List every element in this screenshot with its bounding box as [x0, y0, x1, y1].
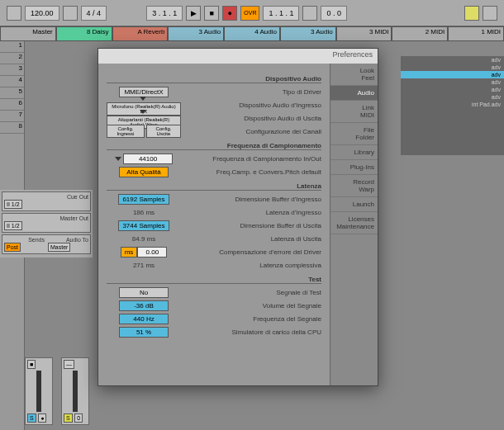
scene-slot[interactable]: 5 [0, 87, 24, 99]
play-button[interactable]: ▶ [186, 6, 201, 21]
audio-to-route[interactable]: Master [48, 243, 70, 252]
input-device-label: Dispositivo Audio d'Ingresso [181, 102, 321, 109]
stop-button[interactable]: ■ [204, 6, 219, 21]
preferences-tabs: LookFeel Audio LinkMIDI FileFolder Libra… [330, 64, 378, 385]
record-button[interactable]: ● [222, 6, 237, 21]
loop-button[interactable] [302, 6, 317, 21]
overdub-button[interactable]: OVR [240, 6, 259, 21]
arm-button[interactable]: ● [38, 413, 46, 423]
error-comp-label: Compensazione d'errore del Driver [181, 248, 321, 256]
list-item[interactable]: adv [401, 64, 504, 71]
db-display[interactable]: 0 [74, 413, 83, 423]
track-tab[interactable]: 3 MIDI [336, 26, 392, 41]
chevron-down-icon[interactable] [140, 110, 146, 114]
error-unit: ms [121, 247, 138, 258]
mixer-channel: ■ S ● [25, 357, 53, 425]
mixer-channels: ■ S ● — S 0 [25, 357, 89, 425]
list-item[interactable]: adv [401, 71, 504, 78]
input-buffer-value[interactable]: 6192 Samples [118, 194, 169, 205]
list-item[interactable]: adv [401, 56, 504, 64]
track-tab[interactable]: 3 Audio [168, 26, 224, 41]
list-item[interactable]: adv [401, 86, 504, 93]
pitch-quality-toggle[interactable]: Alta Qualità [119, 167, 169, 177]
test-freq-slider[interactable]: 440 Hz [119, 314, 169, 324]
output-buffer-value[interactable]: 3744 Samples [118, 220, 169, 231]
cpu-sim-label: Simulatore di carico della CPU [181, 328, 321, 336]
track-tab[interactable]: Master [0, 26, 56, 41]
tab-record-warp[interactable]: RecordWarp [330, 175, 378, 197]
list-item[interactable]: adv [401, 93, 504, 101]
browser-list: adv adv adv adv adv adv int Pad.adv [401, 56, 504, 155]
chevron-down-icon[interactable] [140, 97, 146, 101]
position-display[interactable]: 3 . 1 . 1 [146, 6, 183, 21]
test-tone-label: Segnale di Test [181, 289, 321, 296]
tab-file-folder[interactable]: FileFolder [330, 123, 378, 145]
preferences-dialog: Preferences Dispositivo Audio MME/Direct… [97, 48, 378, 386]
section-test: Test [107, 276, 321, 284]
tab-licenses[interactable]: LicensesMaintenance [330, 212, 378, 234]
master-route[interactable]: II 1/2 [4, 221, 22, 230]
solo-button[interactable]: S [27, 413, 36, 423]
track-tab[interactable]: 3 Audio [280, 26, 336, 41]
loop-length[interactable]: 0 . 0 [321, 6, 347, 21]
output-buffer-label: Dimensione Buffer di Uscita [181, 222, 321, 229]
tab-audio[interactable]: Audio [330, 86, 378, 101]
tab-link-midi[interactable]: LinkMIDI [330, 101, 378, 123]
scene-slot[interactable]: 3 [0, 64, 24, 76]
sample-rate-label: Frequenza di Campionamento In/Out [181, 155, 321, 163]
tab-launch[interactable]: Launch [330, 197, 378, 212]
track-tab[interactable]: 8 Daisy [56, 26, 112, 41]
section-audio-device: Dispositivo Audio [107, 75, 321, 83]
track-tab[interactable]: 1 MIDI [448, 26, 504, 41]
track-tab[interactable]: 2 MIDI [392, 26, 448, 41]
tap-button[interactable] [7, 6, 21, 21]
cpu-sim-slider[interactable]: 51 % [119, 327, 169, 338]
scene-slot[interactable]: 4 [0, 76, 24, 87]
dialog-title: Preferences [98, 49, 378, 64]
output-device-label: Dispositivo Audio di Uscita [181, 115, 321, 122]
audio-to-label: Audio To [48, 237, 88, 243]
scene-slot[interactable]: 6 [0, 99, 24, 111]
test-freq-label: Frequenza del Segnale [181, 315, 321, 323]
dash-button[interactable]: — [64, 360, 74, 369]
metronome-button[interactable] [63, 6, 78, 21]
config-output-button[interactable]: Config. Uscite [146, 125, 181, 138]
preferences-content: Dispositivo Audio MME/DirectX Tipo di Dr… [98, 64, 330, 385]
error-comp-input[interactable]: 0.00 [137, 247, 167, 258]
list-item[interactable]: int Pad.adv [401, 101, 504, 108]
time-signature[interactable]: 4 / 4 [81, 6, 107, 21]
chevron-down-icon[interactable] [115, 157, 121, 161]
midi-button[interactable] [483, 6, 497, 21]
track-headers: Master 8 Daisy A Reverb 3 Audio 4 Audio … [0, 26, 504, 41]
sample-rate-select[interactable]: 44100 [123, 154, 173, 164]
test-tone-toggle[interactable]: No [119, 287, 169, 298]
section-sample-rate: Frequenza di Campionamento [107, 142, 321, 150]
key-button[interactable] [464, 6, 479, 21]
track-tab[interactable]: 4 Audio [224, 26, 280, 41]
solo-button[interactable]: S [64, 413, 73, 423]
test-volume-slider[interactable]: -36 dB [119, 300, 169, 311]
sends-label: Sends [4, 237, 45, 243]
tempo-display[interactable]: 120.00 [25, 6, 59, 21]
output-latency-label: Latenza di Uscita [181, 235, 321, 243]
scene-slot[interactable]: 1 [0, 41, 24, 53]
tab-library[interactable]: Library [330, 145, 378, 160]
cue-route[interactable]: II 1/2 [4, 200, 22, 209]
scene-slot[interactable]: 2 [0, 53, 24, 64]
input-latency-value: 186 ms [133, 209, 155, 216]
master-out-label: Master Out [4, 215, 88, 221]
total-latency-label: Latenza complessiva [181, 262, 321, 269]
list-item[interactable]: adv [401, 78, 504, 86]
mixer-channel: — S 0 [61, 357, 89, 425]
tab-plugins[interactable]: Plug-Ins [330, 160, 378, 175]
track-tab[interactable]: A Reverb [112, 26, 169, 41]
config-input-button[interactable]: Config. Ingressi [107, 125, 145, 138]
post-button[interactable]: Post [4, 243, 21, 252]
stop-clip-button[interactable]: ■ [27, 360, 36, 369]
loop-start[interactable]: 1 . 1 . 1 [263, 6, 299, 21]
tab-look-feel[interactable]: LookFeel [330, 64, 378, 86]
scene-slot[interactable]: 8 [0, 122, 24, 134]
channel-config-label: Configurazione dei Canali [181, 128, 321, 135]
output-latency-value: 84.9 ms [132, 235, 155, 243]
scene-slot[interactable]: 7 [0, 111, 24, 122]
